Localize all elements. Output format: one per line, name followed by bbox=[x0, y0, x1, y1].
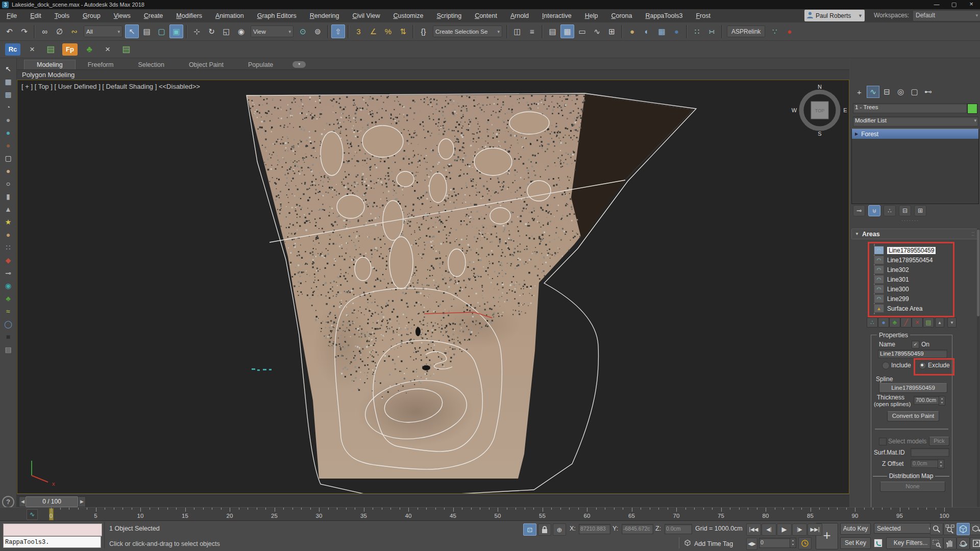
shape-tool-icon[interactable]: ◔ bbox=[2, 101, 14, 113]
frame-step-icon[interactable]: ◀▶ bbox=[746, 538, 757, 550]
menu-animation[interactable]: Animation bbox=[209, 12, 251, 19]
render-setup-icon[interactable]: ◐ bbox=[640, 24, 654, 38]
globe-tool-icon[interactable]: ◉ bbox=[2, 279, 14, 292]
area-list-item[interactable]: ◠Line302 bbox=[874, 265, 945, 274]
close-button[interactable]: × bbox=[963, 0, 980, 9]
point-tools-icon[interactable]: ∺ bbox=[705, 24, 719, 38]
area-list-item[interactable]: ▲Surface Area bbox=[874, 304, 945, 313]
menu-interactive[interactable]: Interactive bbox=[535, 12, 578, 19]
tab-selection[interactable]: Selection bbox=[126, 60, 176, 69]
named-selection-sets-icon[interactable]: {} bbox=[416, 24, 430, 38]
railclone-button[interactable]: Rc bbox=[5, 43, 20, 56]
z-offset-spinner[interactable]: ▴▾ bbox=[938, 459, 944, 469]
maximize-viewport-icon[interactable] bbox=[970, 537, 980, 549]
pick-button[interactable]: Pick bbox=[929, 437, 949, 446]
exclude-radio[interactable] bbox=[919, 362, 926, 369]
sphere-teal-tool-icon[interactable]: ● bbox=[2, 126, 14, 139]
asprelink-button[interactable]: ASPRelink bbox=[727, 26, 765, 37]
isolate-selection-icon[interactable]: ⊡ bbox=[523, 523, 536, 536]
object-name-field[interactable]: 1 - Trees bbox=[853, 103, 967, 113]
area-list-item[interactable]: ◠Line299 bbox=[874, 294, 945, 304]
script-tools-icon[interactable]: ∵ bbox=[768, 24, 781, 38]
go-to-end-button[interactable]: ▶▶| bbox=[807, 523, 822, 536]
area-list-icon[interactable]: ▤ bbox=[923, 317, 934, 328]
redo-icon[interactable]: ↷ bbox=[17, 24, 31, 38]
menu-rappatools3[interactable]: RappaTools3 bbox=[639, 12, 689, 19]
orbit-icon[interactable] bbox=[957, 537, 970, 549]
frame-spinner[interactable]: ▴▾ bbox=[790, 538, 796, 548]
layer-manager-icon[interactable]: ▦ bbox=[560, 24, 574, 38]
menu-views[interactable]: Views bbox=[107, 12, 137, 19]
brush-tool-icon[interactable]: ≈ bbox=[2, 305, 14, 317]
menu-group[interactable]: Group bbox=[76, 12, 107, 19]
maxscript-mini-listener-pink[interactable] bbox=[3, 523, 102, 536]
distribution-map-none-button[interactable]: None bbox=[880, 482, 945, 492]
move-area-down-icon[interactable]: ▼ bbox=[947, 317, 957, 328]
track-bar-toggle-icon[interactable]: ∿ bbox=[27, 509, 38, 520]
viewcube-west[interactable]: W bbox=[792, 107, 797, 113]
sphere-tan-tool-icon[interactable]: ● bbox=[2, 164, 14, 177]
snaps-toggle-3d-icon[interactable]: 3 bbox=[352, 24, 365, 38]
align-icon[interactable]: ≡ bbox=[525, 24, 539, 38]
star-tool-icon[interactable]: ★ bbox=[2, 215, 14, 228]
motion-tab[interactable]: ◎ bbox=[894, 86, 907, 98]
menu-create[interactable]: Create bbox=[137, 12, 170, 19]
set-key-button[interactable]: Set Key bbox=[840, 537, 871, 549]
viewcube-north[interactable]: N bbox=[818, 84, 822, 90]
tab-freeform[interactable]: Freeform bbox=[76, 60, 126, 69]
menu-file[interactable]: File bbox=[0, 12, 23, 19]
remove-modifier-icon[interactable]: ⊟ bbox=[899, 205, 911, 216]
menu-corona[interactable]: Corona bbox=[604, 12, 639, 19]
cylinder-tool-icon[interactable]: ▮ bbox=[2, 190, 14, 203]
tab-populate[interactable]: Populate bbox=[236, 60, 285, 69]
menu-edit[interactable]: Edit bbox=[23, 12, 48, 19]
railclone-tools-icon[interactable]: × bbox=[26, 43, 39, 56]
tab-object-paint[interactable]: Object Paint bbox=[177, 60, 236, 69]
select-and-rotate-icon[interactable]: ↻ bbox=[205, 24, 218, 38]
bind-to-space-warp-icon[interactable]: ∾ bbox=[67, 24, 81, 38]
menu-rendering[interactable]: Rendering bbox=[303, 12, 346, 19]
pan-icon[interactable] bbox=[943, 537, 957, 549]
create-tab[interactable]: + bbox=[853, 86, 866, 98]
thickness-spinner[interactable]: ▴▾ bbox=[939, 396, 945, 406]
select-models-checkbox[interactable] bbox=[879, 438, 887, 445]
on-checkbox[interactable]: ✓ bbox=[912, 341, 919, 348]
box-tool-icon[interactable]: ▢ bbox=[2, 152, 14, 164]
viewport-label[interactable]: [ + ] [ Top ] [ User Defined ] [ Default… bbox=[21, 83, 200, 90]
menu-scripting[interactable]: Scripting bbox=[430, 12, 468, 19]
sphere-white-tool-icon[interactable]: ○ bbox=[2, 177, 14, 190]
play-button[interactable]: ▶ bbox=[777, 523, 792, 536]
time-slider-grip[interactable]: 0 / 100 bbox=[26, 496, 78, 507]
key-filters-button[interactable]: Key Filters... bbox=[886, 537, 935, 549]
track-bar[interactable]: ∿ 05101520253035404550556065707580859095… bbox=[0, 507, 980, 521]
object-color-swatch[interactable] bbox=[967, 104, 977, 114]
schematic-view-icon[interactable]: ⊞ bbox=[605, 24, 619, 38]
user-account-button[interactable]: Paul Roberts ▼ bbox=[804, 10, 865, 21]
panel-tool-icon[interactable]: ▦ bbox=[2, 75, 14, 88]
workspace-dropdown[interactable]: Default ▾ bbox=[913, 10, 980, 21]
display-tab[interactable]: ▢ bbox=[908, 86, 921, 98]
ribbon-toggle-icon[interactable]: ▭ bbox=[575, 24, 589, 38]
sphere-gray-tool-icon[interactable]: ● bbox=[2, 113, 14, 126]
select-and-scale-icon[interactable]: ◱ bbox=[219, 24, 233, 38]
select-cursor-tool-icon[interactable]: ↖ bbox=[2, 62, 14, 75]
absolute-mode-icon[interactable]: ⊕ bbox=[553, 523, 566, 536]
add-tree-area-icon[interactable]: ♣ bbox=[889, 317, 900, 328]
minimize-button[interactable]: — bbox=[928, 0, 945, 9]
reference-coordinate-dropdown[interactable]: View▾ bbox=[251, 26, 293, 37]
angle-snap-icon[interactable]: ∠ bbox=[366, 24, 380, 38]
menu-frost[interactable]: Frost bbox=[689, 12, 717, 19]
use-pivot-point-icon[interactable]: ⊙ bbox=[296, 24, 310, 38]
zoom-all-icon[interactable] bbox=[943, 523, 957, 535]
add-object-area-icon[interactable]: ● bbox=[878, 317, 889, 328]
make-unique-icon[interactable]: ∴ bbox=[884, 205, 896, 216]
plant-tool-icon[interactable]: ♣ bbox=[2, 292, 14, 305]
scatter-tool-icon[interactable]: ∷ bbox=[2, 241, 14, 254]
utilities-tab[interactable]: ⊷ bbox=[922, 86, 935, 98]
area-name-field[interactable]: Line1789550459 bbox=[878, 349, 947, 358]
forest-tools-icon[interactable]: × bbox=[101, 43, 114, 56]
key-filter-icon[interactable] bbox=[874, 539, 883, 547]
time-slider-track[interactable]: ◀ 0 / 100 ▶ bbox=[17, 495, 849, 508]
selection-lock-icon[interactable] bbox=[538, 523, 551, 536]
viewcube-south[interactable]: S bbox=[818, 131, 821, 137]
